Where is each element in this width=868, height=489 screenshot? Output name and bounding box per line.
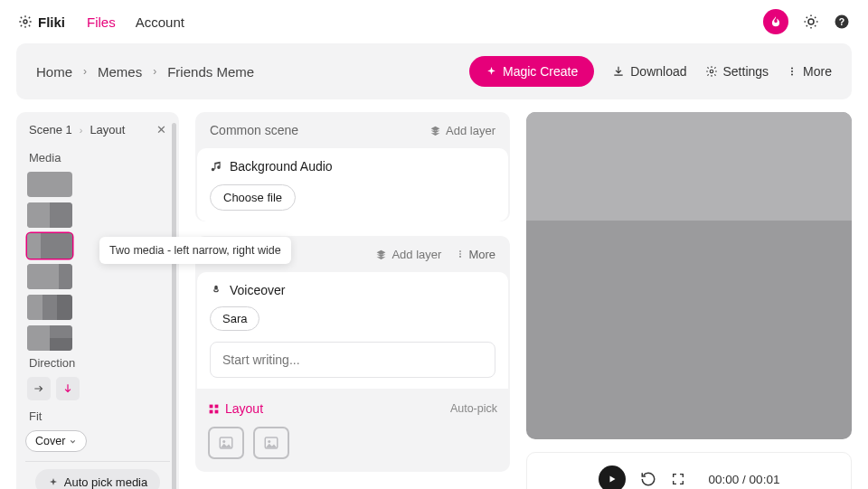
- more-vertical-icon: [456, 249, 465, 259]
- voiceover-row: Voiceover: [210, 283, 495, 297]
- svg-rect-15: [215, 409, 219, 413]
- layout-section-label[interactable]: Layout: [208, 401, 263, 416]
- help-icon[interactable]: ?: [834, 14, 850, 30]
- direction-horizontal[interactable]: [27, 377, 51, 400]
- fullscreen-icon[interactable]: [671, 472, 685, 486]
- svg-point-11: [460, 256, 462, 258]
- svg-point-7: [791, 74, 793, 76]
- chevron-down-icon: [69, 437, 77, 446]
- image-icon: [217, 435, 235, 451]
- common-scene-card: Common scene Add layer Background Audio …: [195, 112, 510, 221]
- play-icon: [607, 474, 618, 484]
- microphone-icon: [210, 284, 222, 296]
- media-slot-2[interactable]: [253, 427, 289, 459]
- svg-text:?: ?: [839, 16, 844, 27]
- layout-tooltip: Two media - left narrow, right wide: [99, 237, 291, 264]
- upgrade-button[interactable]: [763, 9, 788, 34]
- lp-scene[interactable]: Scene 1: [29, 123, 72, 136]
- crumb-home[interactable]: Home: [36, 64, 72, 80]
- layout-left-narrow[interactable]: [27, 233, 72, 259]
- svg-point-17: [222, 440, 225, 443]
- layout-halves[interactable]: [27, 202, 72, 228]
- svg-point-9: [460, 250, 462, 252]
- voice-selector[interactable]: Sara: [210, 306, 259, 331]
- fire-icon: [769, 15, 782, 28]
- gear-icon: [18, 14, 33, 29]
- svg-point-6: [791, 71, 793, 72]
- layout-single[interactable]: [27, 172, 72, 197]
- add-layer-common[interactable]: Add layer: [429, 124, 495, 137]
- download-button[interactable]: Download: [612, 64, 686, 79]
- crumb-memes[interactable]: Memes: [98, 64, 142, 80]
- breadcrumb: Home › Memes › Friends Meme: [36, 64, 254, 80]
- svg-point-10: [460, 253, 462, 255]
- layers-icon: [375, 249, 387, 260]
- download-icon: [612, 65, 625, 78]
- auto-pick-button[interactable]: Auto-pick: [450, 402, 497, 415]
- image-icon: [262, 435, 280, 451]
- layout-left-right2[interactable]: [27, 325, 72, 351]
- direction-vertical[interactable]: [56, 377, 80, 400]
- svg-point-4: [710, 70, 713, 73]
- more-button[interactable]: More: [787, 64, 832, 79]
- sparkle-icon: [48, 477, 59, 488]
- choose-file-button[interactable]: Choose file: [210, 184, 296, 211]
- theme-icon[interactable]: [803, 14, 819, 30]
- gear-icon: [705, 65, 718, 78]
- layers-icon: [429, 125, 441, 136]
- common-scene-title: Common scene: [210, 123, 298, 137]
- grid-icon: [208, 403, 220, 415]
- bg-audio-row: Background Audio: [210, 159, 495, 174]
- svg-point-5: [791, 68, 793, 70]
- lp-layout: Layout: [90, 123, 125, 136]
- sparkle-icon: [486, 66, 497, 78]
- scene-more[interactable]: More: [456, 248, 495, 261]
- media-heading: Media: [29, 151, 166, 165]
- add-layer-scene[interactable]: Add layer: [375, 248, 441, 261]
- crumb-current: Friends Meme: [167, 64, 254, 80]
- player: 00:00 / 00:01: [526, 452, 852, 489]
- svg-rect-14: [210, 409, 213, 413]
- magic-create-button[interactable]: Magic Create: [469, 56, 594, 87]
- script-input[interactable]: [210, 342, 495, 378]
- svg-rect-12: [210, 404, 213, 408]
- scene-card: Scene 1 Add layer More Voiceover: [195, 236, 510, 472]
- svg-point-1: [808, 19, 814, 24]
- layout-right-narrow[interactable]: [27, 264, 72, 289]
- fit-select[interactable]: Cover: [25, 430, 87, 452]
- svg-rect-13: [215, 404, 219, 408]
- svg-point-19: [268, 440, 270, 443]
- brand: Fliki: [18, 14, 65, 30]
- nav-files[interactable]: Files: [87, 14, 116, 30]
- nav-account[interactable]: Account: [136, 14, 184, 30]
- layout-thirds[interactable]: [27, 295, 72, 320]
- music-icon: [210, 160, 222, 173]
- play-button[interactable]: [599, 465, 626, 489]
- direction-heading: Direction: [29, 356, 166, 370]
- media-slot-1[interactable]: [208, 427, 244, 459]
- video-preview[interactable]: [526, 112, 852, 439]
- settings-button[interactable]: Settings: [705, 64, 769, 79]
- replay-icon[interactable]: [640, 471, 656, 487]
- close-icon[interactable]: ✕: [156, 123, 166, 136]
- auto-pick-media-button[interactable]: Auto pick media: [35, 469, 161, 489]
- time-display: 00:00 / 00:01: [709, 473, 780, 486]
- more-vertical-icon: [787, 65, 797, 78]
- fit-heading: Fit: [29, 409, 166, 423]
- svg-point-0: [24, 20, 27, 24]
